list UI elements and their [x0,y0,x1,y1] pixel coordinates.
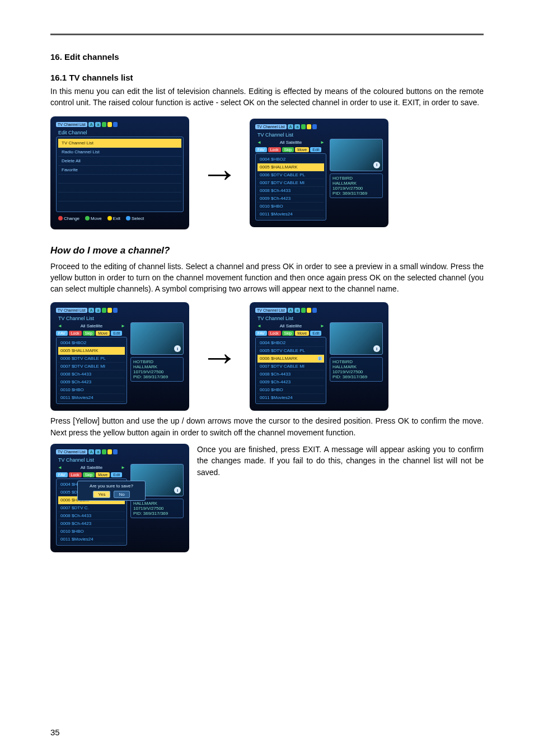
tab-tv-channel-list: TV Channel List [255,124,287,129]
pane-title: TV Channel List [255,314,383,322]
fn-skip[interactable]: Skip [282,147,294,152]
triangle-right-icon: ► [121,465,125,470]
dialog-no-button[interactable]: No [114,491,129,498]
channel-row[interactable]: 0007 $DTV CABLE MI [257,363,324,370]
channel-row[interactable]: 0008 $Ch-4433 [257,370,324,378]
triangle-left-icon: ◄ [58,323,62,328]
channel-row[interactable]: 0009 $Ch-4423 [58,378,125,386]
fn-lock[interactable]: Lock [268,147,281,152]
fn-edit[interactable]: Edit [310,147,321,152]
channel-row[interactable]: 0009 $Ch-4423 [58,520,125,528]
info-pid: PID: 369/317/369 [133,374,181,379]
satellite-selector[interactable]: ◄All Satellite► [56,322,127,330]
channel-row[interactable]: 0007 $DTV CABLE MI [58,363,125,370]
fn-move[interactable]: Move [295,147,309,152]
channel-row[interactable]: 0007 $DTV CABLE MI [257,179,324,187]
channel-row[interactable]: 0006 $DTV CABLE PL [257,171,324,179]
channel-row[interactable]: 0010 $HBO [257,203,324,210]
info-icon[interactable]: i [373,162,380,168]
channel-row[interactable]: 0005 $DTV CABLE PL [257,347,324,355]
dialog-yes-button[interactable]: Yes [93,491,110,498]
info-icon[interactable]: i [174,345,181,352]
satellite-selector[interactable]: ◄ All Satellite ► [255,139,326,146]
satellite-selector[interactable]: ◄All Satellite► [56,464,127,471]
fn-move[interactable]: Move [96,331,110,336]
channel-row[interactable]: 0004 $HBO2 [58,339,125,347]
channel-row[interactable]: 0010 $HBO [58,528,125,536]
menu-pane: TV Channel List Radio Channel List Delet… [56,137,184,212]
info-transponder: 10719/V/27500 [133,369,181,374]
fn-skip[interactable]: Skip [282,331,294,336]
info-provider: HALLMARK [332,364,380,369]
info-pid: PID: 369/317/369 [133,511,181,516]
channel-row[interactable]: 0005 $HALLMARK [58,347,125,355]
blue-dot-icon [126,216,130,220]
yellow-dot-icon [107,216,112,220]
section-heading: 16. Edit channels [50,52,484,62]
channel-row[interactable]: 0008 $Ch-4433 [257,187,324,195]
fn-edit[interactable]: Edit [111,472,122,477]
preview-window: i [330,139,383,171]
info-provider: HALLMARK [133,501,181,506]
channel-row[interactable]: 0008 $Ch-4433 [58,370,125,378]
tab-icon [107,122,112,127]
tab-icon: A [88,122,95,127]
satellite-selector[interactable]: ◄All Satellite► [255,322,326,330]
channel-row[interactable]: 0009 $Ch-4423 [257,378,324,386]
fn-lock[interactable]: Lock [69,331,82,336]
channel-row[interactable]: 0010 $HBO [257,386,324,394]
tab-icon: A [288,308,294,313]
info-icon[interactable]: i [174,487,181,494]
tab-icon [307,124,311,129]
pane-title: Edit Channel [56,129,184,137]
channel-row[interactable]: 0007 $DTV C. [58,504,125,512]
save-dialog: Are you sure to save? Yes No [77,481,146,501]
fn-skip[interactable]: Skip [83,331,95,336]
figure-row-2: TV Channel ListAa TV Channel List ◄All S… [50,302,484,411]
info-icon[interactable]: i [373,345,380,352]
menu-item-delete-all[interactable]: Delete All [58,157,181,166]
channel-row[interactable]: 0010 $HBO [58,386,125,394]
menu-item-empty [58,175,181,184]
fn-edit[interactable]: Edit [310,331,321,336]
menu-item-favorite[interactable]: Favorite [58,166,181,175]
channel-row[interactable]: 0009 $Ch-4423 [257,195,324,203]
tab-icon [102,122,106,127]
channel-row[interactable]: 0006 $DTV CABLE PL [58,355,125,363]
fn-move[interactable]: Move [295,331,309,336]
fn-fav[interactable]: FAV [56,331,68,336]
move-paragraph-1: Proceed to the editing of channel lists.… [50,261,484,295]
fn-fav[interactable]: FAV [56,472,68,477]
menu-item-tv-channel-list[interactable]: TV Channel List [58,139,181,148]
channel-row[interactable]: 0004 $HBO2 [257,339,324,347]
tab-icon [102,449,106,454]
subsection-number: 16.1 [50,73,67,82]
channel-row[interactable]: 0011 $Movies24 [58,536,125,543]
channel-row[interactable]: 0011 $Movies24 [257,394,324,402]
pane-title: TV Channel List [56,456,184,464]
channel-row[interactable]: 0005 $HALLMARK [257,163,324,171]
fn-move[interactable]: Move [96,472,110,477]
intro-paragraph: In this menu you can edit the list of te… [50,86,484,109]
channel-row[interactable]: 0006 $HALLMARK↕ [257,355,324,363]
fn-skip[interactable]: Skip [83,472,95,477]
channel-row[interactable]: 0004 $HBO2 [257,156,324,163]
fn-edit[interactable]: Edit [111,331,122,336]
subsection-heading: 16.1 TV channels list [50,73,484,82]
triangle-left-icon: ◄ [257,140,261,145]
tab-icon [312,308,317,313]
info-transponder: 10719/V/27500 [133,506,181,511]
channel-row[interactable]: 0008 $Ch-4433 [58,512,125,520]
fn-lock[interactable]: Lock [268,331,281,336]
fn-fav[interactable]: FAV [255,147,267,152]
hint-change: Change [58,216,79,221]
satellite-label: All Satellite [280,140,302,145]
menu-item-radio-channel-list[interactable]: Radio Channel List [58,148,181,157]
satellite-label: All Satellite [280,323,302,328]
screenshot-channel-list: TV Channel List A a TV Channel List ◄ Al… [250,119,388,227]
fn-lock[interactable]: Lock [69,472,82,477]
channel-row[interactable]: 0011 $Movies24 [257,210,324,218]
document-page: 16. Edit channels 16.1 TV channels list … [0,0,534,756]
channel-row[interactable]: 0011 $Movies24 [58,394,125,402]
fn-fav[interactable]: FAV [255,331,267,336]
